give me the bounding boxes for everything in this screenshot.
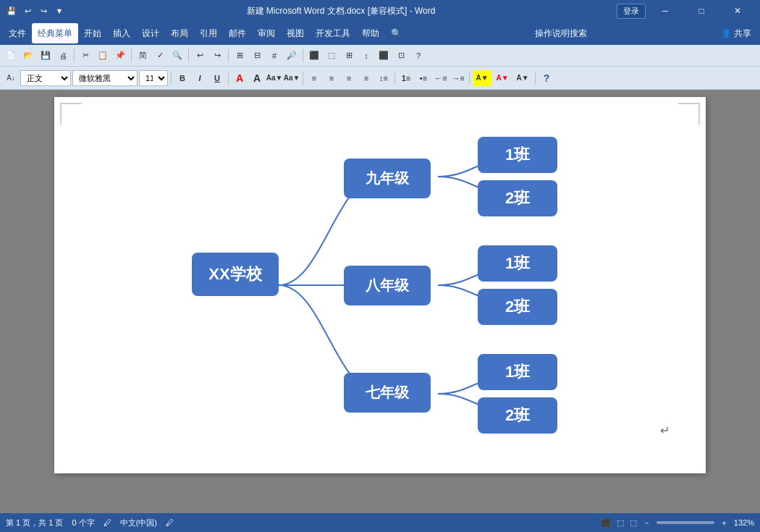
font-select[interactable]: 微软雅黑 bbox=[72, 70, 138, 86]
close-button[interactable]: ✕ bbox=[721, 0, 754, 22]
spell-icon[interactable]: ✓ bbox=[152, 48, 168, 64]
node-grade7-class1: 1班 bbox=[478, 354, 557, 390]
underline-button[interactable]: U bbox=[209, 70, 225, 86]
help-format-icon[interactable]: ? bbox=[539, 70, 554, 86]
menu-layout[interactable]: 布局 bbox=[165, 23, 194, 43]
undo-toolbar-icon[interactable]: ↩ bbox=[192, 48, 208, 64]
save-icon[interactable]: 💾 bbox=[6, 5, 17, 17]
menu-classic[interactable]: 经典菜单 bbox=[32, 23, 78, 43]
menu-search-icon[interactable]: 🔍 bbox=[385, 23, 408, 43]
paste-icon[interactable]: 📌 bbox=[112, 48, 128, 64]
italic-button[interactable]: I bbox=[192, 70, 208, 86]
font-effects-A[interactable]: A bbox=[249, 70, 265, 86]
window-controls: 登录 ─ □ ✕ bbox=[617, 0, 754, 22]
help-toolbar-icon[interactable]: ? bbox=[410, 48, 426, 64]
justify[interactable]: ≡ bbox=[358, 70, 374, 86]
menu-developer[interactable]: 开发工具 bbox=[310, 23, 356, 43]
zoom-level[interactable]: 132% bbox=[734, 518, 754, 527]
open-icon[interactable]: 📂 bbox=[20, 48, 36, 64]
menu-help[interactable]: 帮助 bbox=[356, 23, 385, 43]
highlight-color[interactable]: A▼ bbox=[473, 70, 491, 86]
list-bullet[interactable]: •≡ bbox=[415, 70, 431, 86]
misc2-icon[interactable]: ⬚ bbox=[324, 48, 339, 64]
document-area: XX学校 九年级 八年级 七年级 1班 2班 1班 2班 1班 2班 ↵ bbox=[0, 90, 760, 513]
size-select[interactable]: 11 bbox=[139, 70, 168, 86]
share-button[interactable]: 👤 共享 bbox=[715, 25, 757, 43]
document-page[interactable]: XX学校 九年级 八年级 七年级 1班 2班 1班 2班 1班 2班 ↵ bbox=[54, 97, 706, 473]
formatting-bar: A↓ 正文 微软雅黑 11 B I U A A Aa▼ Aa▼ ≡ ≡ ≡ ≡ … bbox=[0, 67, 760, 90]
customize-icon[interactable]: ▼ bbox=[54, 5, 65, 17]
indent-less[interactable]: ←≡ bbox=[433, 70, 449, 86]
status-right: ⬛ ⬚ ⬚ － ＋ 132% bbox=[601, 518, 754, 528]
misc5-icon[interactable]: ⬛ bbox=[376, 48, 392, 64]
pagenum-icon[interactable]: # bbox=[266, 48, 282, 64]
font-case-icon[interactable]: Aa▼ bbox=[266, 70, 282, 86]
view-read-icon[interactable]: ⬚ bbox=[630, 518, 637, 528]
zoom-icon[interactable]: 🔎 bbox=[284, 48, 300, 64]
sep4 bbox=[228, 49, 229, 62]
misc3-icon[interactable]: ⊞ bbox=[341, 48, 357, 64]
cut-icon[interactable]: ✂ bbox=[77, 48, 93, 64]
menu-home[interactable]: 开始 bbox=[78, 23, 107, 43]
view-print-icon[interactable]: ⬛ bbox=[601, 518, 611, 528]
sep2 bbox=[131, 49, 132, 62]
font-color-btn[interactable]: A▼ bbox=[493, 70, 512, 86]
columns-icon[interactable]: ⊟ bbox=[249, 48, 265, 64]
redo-toolbar-icon[interactable]: ↪ bbox=[209, 48, 225, 64]
fmt-sep4 bbox=[394, 72, 395, 85]
menu-file[interactable]: 文件 bbox=[3, 23, 32, 43]
align-right[interactable]: ≡ bbox=[341, 70, 357, 86]
menu-view[interactable]: 视图 bbox=[281, 23, 310, 43]
sep3 bbox=[188, 49, 189, 62]
fmt-sep1 bbox=[171, 72, 172, 85]
copy-icon[interactable]: 📋 bbox=[95, 48, 111, 64]
align-center[interactable]: ≡ bbox=[324, 70, 339, 86]
zoom-minus[interactable]: － bbox=[643, 518, 651, 528]
login-button[interactable]: 登录 bbox=[617, 4, 646, 19]
style-select[interactable]: 正文 bbox=[20, 70, 71, 86]
table-icon[interactable]: ⊞ bbox=[232, 48, 248, 64]
menu-review[interactable]: 审阅 bbox=[252, 23, 281, 43]
fmt-sep5 bbox=[469, 72, 470, 85]
preview-icon[interactable]: 🖨 bbox=[55, 48, 71, 64]
node-root: XX学校 bbox=[192, 253, 279, 296]
restore-button[interactable]: □ bbox=[685, 0, 718, 22]
title-bar: 💾 ↩ ↪ ▼ 新建 Microsoft Word 文档.docx [兼容模式]… bbox=[0, 0, 760, 22]
misc1-icon[interactable]: ⬛ bbox=[306, 48, 322, 64]
line-spacing[interactable]: ↕≡ bbox=[376, 70, 392, 86]
menu-insert[interactable]: 插入 bbox=[107, 23, 136, 43]
new-icon[interactable]: 📄 bbox=[3, 48, 19, 64]
org-chart-diagram: XX学校 九年级 八年级 七年级 1班 2班 1班 2班 1班 2班 ↵ bbox=[69, 111, 691, 459]
indent-more[interactable]: →≡ bbox=[450, 70, 466, 86]
undo-icon[interactable]: ↩ bbox=[22, 5, 33, 17]
font-size-aa[interactable]: Aa▼ bbox=[284, 70, 300, 86]
bold-button[interactable]: B bbox=[174, 70, 190, 86]
toolbar-strip: 📄 📂 💾 🖨 ✂ 📋 📌 简 ✓ 🔍 ↩ ↪ ⊞ ⊟ # 🔎 ⬛ ⬚ ⊞ ↕ … bbox=[0, 45, 760, 67]
language: 中文(中国) bbox=[120, 518, 157, 528]
list-num[interactable]: 1≡ bbox=[398, 70, 414, 86]
minimize-button[interactable]: ─ bbox=[649, 0, 682, 22]
misc6-icon[interactable]: ⊡ bbox=[393, 48, 409, 64]
redo-icon[interactable]: ↪ bbox=[38, 5, 49, 17]
search-toolbar-icon[interactable]: 🔍 bbox=[169, 48, 185, 64]
shading-btn[interactable]: A▼ bbox=[513, 70, 532, 86]
align-left[interactable]: ≡ bbox=[306, 70, 322, 86]
menu-references[interactable]: 引用 bbox=[194, 23, 223, 43]
misc4-icon[interactable]: ↕ bbox=[358, 48, 374, 64]
edit-icon: 🖊 bbox=[104, 518, 111, 527]
search-actions[interactable]: 操作说明搜索 bbox=[529, 25, 593, 43]
view-web-icon[interactable]: ⬚ bbox=[617, 518, 624, 528]
menu-mailings[interactable]: 邮件 bbox=[223, 23, 252, 43]
node-grade9-class1: 1班 bbox=[478, 137, 557, 173]
font-color-A[interactable]: A bbox=[232, 70, 248, 86]
status-bar: 第 1 页，共 1 页 0 个字 🖊 中文(中国) 🖊 ⬛ ⬚ ⬚ － ＋ 13… bbox=[0, 513, 760, 532]
zoom-plus[interactable]: ＋ bbox=[720, 518, 728, 528]
title-bar-left: 💾 ↩ ↪ ▼ bbox=[6, 5, 65, 17]
node-grade8-class1: 1班 bbox=[478, 245, 557, 282]
save-toolbar-icon[interactable]: 💾 bbox=[38, 48, 54, 64]
format-icon[interactable]: 简 bbox=[135, 48, 151, 64]
zoom-slider[interactable] bbox=[656, 521, 714, 524]
sep5 bbox=[303, 49, 303, 62]
menu-design[interactable]: 设计 bbox=[136, 23, 165, 43]
style-icon[interactable]: A↓ bbox=[3, 70, 19, 86]
